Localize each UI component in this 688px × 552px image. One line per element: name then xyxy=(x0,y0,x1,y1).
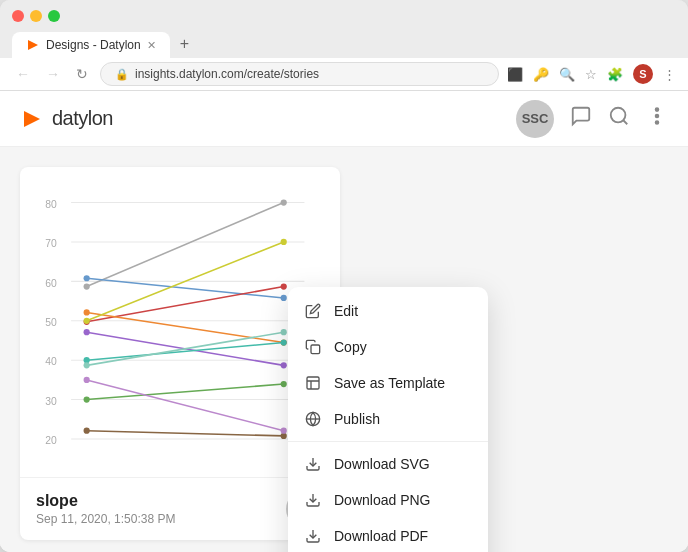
menu-item-publish[interactable]: Publish xyxy=(288,401,488,437)
close-button[interactable] xyxy=(12,10,24,22)
menu-edit-label: Edit xyxy=(334,303,358,319)
zoom-icon[interactable]: 🔍 xyxy=(559,67,575,82)
svg-marker-0 xyxy=(28,40,38,50)
context-menu: Edit Copy xyxy=(288,287,488,552)
template-icon xyxy=(304,374,322,392)
menu-item-save-template[interactable]: Save as Template xyxy=(288,365,488,401)
svg-point-43 xyxy=(84,396,90,402)
svg-line-39 xyxy=(87,343,284,361)
url-bar[interactable]: 🔒 insights.datylon.com/create/stories xyxy=(100,62,499,86)
svg-line-42 xyxy=(87,384,284,400)
svg-text:80: 80 xyxy=(45,199,57,210)
user-avatar[interactable]: SSC xyxy=(516,100,554,138)
more-icon[interactable]: ⋮ xyxy=(663,67,676,82)
svg-point-22 xyxy=(84,283,90,289)
menu-download-png-label: Download PNG xyxy=(334,492,431,508)
svg-line-21 xyxy=(87,203,284,287)
browser-window: Designs - Datylon ✕ + ← → ↻ 🔒 insights.d… xyxy=(0,0,688,552)
address-bar-actions: ⬛ 🔑 🔍 ☆ 🧩 S ⋮ xyxy=(507,64,676,84)
menu-item-download-png[interactable]: Download PNG xyxy=(288,482,488,518)
back-button[interactable]: ← xyxy=(12,64,34,84)
svg-point-37 xyxy=(84,318,90,324)
menu-divider-1 xyxy=(288,441,488,442)
card-title: slope xyxy=(36,492,175,510)
logo-icon xyxy=(20,107,44,131)
app-content: datylon SSC xyxy=(0,91,688,552)
maximize-button[interactable] xyxy=(48,10,60,22)
svg-point-49 xyxy=(84,428,90,434)
svg-point-41 xyxy=(281,339,287,345)
svg-point-29 xyxy=(281,283,287,289)
svg-text:40: 40 xyxy=(45,356,57,367)
title-bar: Designs - Datylon ✕ + xyxy=(0,0,688,58)
menu-download-svg-label: Download SVG xyxy=(334,456,430,472)
slope-chart: 80 70 60 50 40 30 20 xyxy=(36,187,324,467)
extension-icon[interactable]: 🧩 xyxy=(607,67,623,82)
svg-point-25 xyxy=(84,275,90,281)
svg-point-5 xyxy=(656,115,659,118)
svg-point-26 xyxy=(281,295,287,301)
menu-item-edit[interactable]: Edit xyxy=(288,293,488,329)
download-pdf-icon xyxy=(304,527,322,545)
svg-text:70: 70 xyxy=(45,238,57,249)
svg-text:60: 60 xyxy=(45,278,57,289)
main-area: 80 70 60 50 40 30 20 xyxy=(0,147,688,552)
logo-text: datylon xyxy=(52,107,113,130)
svg-point-52 xyxy=(84,377,90,383)
menu-item-download-pdf[interactable]: Download PDF xyxy=(288,518,488,552)
bookmark-icon[interactable]: ☆ xyxy=(585,67,597,82)
address-bar: ← → ↻ 🔒 insights.datylon.com/create/stor… xyxy=(0,58,688,91)
menu-item-download-svg[interactable]: Download SVG xyxy=(288,446,488,482)
forward-button[interactable]: → xyxy=(42,64,64,84)
lock-icon: 🔒 xyxy=(115,68,129,81)
card-date: Sep 11, 2020, 1:50:38 PM xyxy=(36,512,175,526)
cast-icon[interactable]: ⬛ xyxy=(507,67,523,82)
svg-marker-1 xyxy=(24,111,40,127)
svg-line-48 xyxy=(87,431,284,436)
svg-point-31 xyxy=(84,309,90,315)
menu-download-pdf-label: Download PDF xyxy=(334,528,428,544)
svg-point-47 xyxy=(281,329,287,335)
active-tab[interactable]: Designs - Datylon ✕ xyxy=(12,32,170,58)
chat-icon[interactable] xyxy=(570,105,592,132)
svg-text:30: 30 xyxy=(45,396,57,407)
search-icon[interactable] xyxy=(608,105,630,132)
menu-copy-label: Copy xyxy=(334,339,367,355)
svg-point-2 xyxy=(611,108,626,123)
svg-point-23 xyxy=(281,199,287,205)
svg-rect-55 xyxy=(307,377,319,389)
svg-point-6 xyxy=(656,121,659,124)
new-tab-button[interactable]: + xyxy=(170,30,199,58)
download-png-icon xyxy=(304,491,322,509)
menu-publish-label: Publish xyxy=(334,411,380,427)
menu-item-copy[interactable]: Copy xyxy=(288,329,488,365)
minimize-button[interactable] xyxy=(30,10,42,22)
svg-point-38 xyxy=(281,239,287,245)
svg-rect-54 xyxy=(311,345,320,354)
header-actions: SSC xyxy=(516,100,668,138)
key-icon[interactable]: 🔑 xyxy=(533,67,549,82)
svg-text:20: 20 xyxy=(45,435,57,446)
svg-point-46 xyxy=(84,362,90,368)
tab-favicon xyxy=(26,38,40,52)
svg-point-44 xyxy=(281,381,287,387)
tab-close-button[interactable]: ✕ xyxy=(147,39,156,52)
url-text: insights.datylon.com/create/stories xyxy=(135,67,319,81)
svg-point-53 xyxy=(281,428,287,434)
svg-point-35 xyxy=(281,362,287,368)
traffic-lights xyxy=(12,10,676,22)
svg-point-4 xyxy=(656,108,659,111)
reload-button[interactable]: ↻ xyxy=(72,64,92,84)
more-icon[interactable] xyxy=(646,105,668,132)
svg-line-30 xyxy=(87,312,284,342)
profile-icon[interactable]: S xyxy=(633,64,653,84)
menu-save-template-label: Save as Template xyxy=(334,375,445,391)
logo-area: datylon xyxy=(20,107,113,131)
svg-line-3 xyxy=(623,120,627,124)
tabs-row: Designs - Datylon ✕ + xyxy=(12,30,676,58)
copy-icon xyxy=(304,338,322,356)
tab-title: Designs - Datylon xyxy=(46,38,141,52)
globe-icon xyxy=(304,410,322,428)
app-header: datylon SSC xyxy=(0,91,688,147)
pencil-icon xyxy=(304,302,322,320)
